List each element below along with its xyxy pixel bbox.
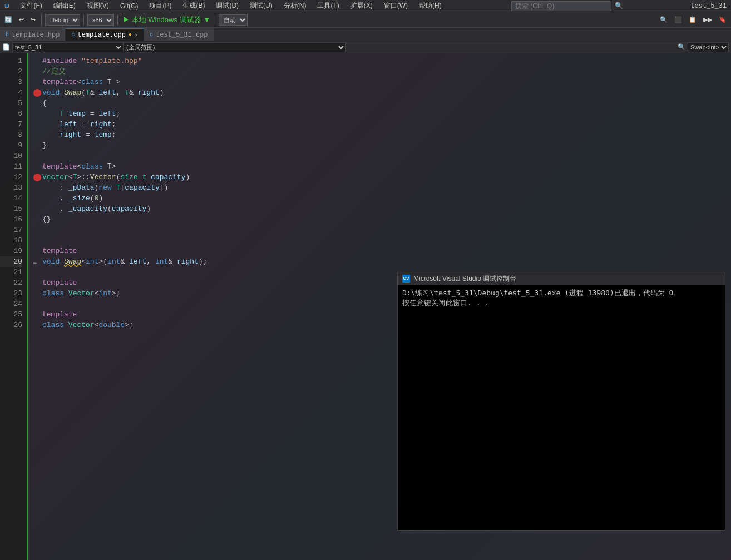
tab-label-hpp: template.hpp [12,31,60,39]
menu-window[interactable]: 窗口(W) [382,0,410,12]
line20-int2-kw: int [107,256,120,267]
line20-void-kw: void [42,256,60,267]
line6-left: left [98,108,116,119]
toolbar-misc4[interactable]: ▶▶ [701,15,714,24]
menu-git[interactable]: Git(G) [118,1,141,11]
line20-Swap: Swap [64,256,81,267]
menu-edit[interactable]: 编辑(E) [51,0,78,12]
tab-close-cpp[interactable]: ✕ [135,32,138,38]
auto-dropdown[interactable]: 自动 [219,14,248,26]
tab-label-cpp: template.cpp [77,31,125,39]
scope-nav-icon: 🔍 [678,43,685,51]
search-input[interactable] [511,1,611,11]
line-24: 24 [0,299,22,309]
line12-capacity: capacity [151,172,185,182]
line3-T: T [103,77,116,87]
line-21: 21 [0,267,22,277]
toolbar: 🔄 ↩ ↪ Debug x86 ▶ 本地 Windows 调试器 ▼ 自动 🔍 … [0,12,731,28]
menu-debug[interactable]: 调试(D) [214,0,241,12]
line23-lt: < [95,288,99,299]
menu-project[interactable]: 项目(P) [147,0,174,12]
line-6: 6 [0,108,22,119]
separator-3 [117,15,118,25]
line13-brackets2: ]) [160,182,169,193]
line4-amp2: & [129,87,134,98]
tab-modified-icon: ● [129,32,132,38]
line20-lt: < [81,256,86,267]
toolbar-misc5[interactable]: 🔖 [717,15,729,24]
line12-space [146,172,151,182]
menu-analyze[interactable]: 分析(N) [281,0,309,12]
line14-comma: , [60,193,68,204]
line1-include-kw: #include [42,56,81,66]
toolbar-redo[interactable]: ↪ [28,15,38,24]
line11-T: T [103,161,112,172]
line12-ctor: Vector [90,172,116,182]
line23-space [64,288,68,299]
menu-file[interactable]: 文件(F) [18,0,44,12]
line-23: 23 [0,288,22,299]
line26-Vector: Vector [68,320,95,330]
line9-brace: } [42,140,47,151]
run-button[interactable]: ▶ 本地 Windows 调试器 ▼ [121,15,211,25]
line-16: 16 [0,214,22,225]
line23-class-kw: class [42,288,64,299]
line26-semi: >; [125,320,134,330]
line15-cap-param: capacity [112,204,146,214]
line20-space [60,256,64,267]
toolbar-misc2[interactable]: ⬛ [672,15,684,24]
debug-config-dropdown[interactable]: Debug [45,14,80,26]
toolbar-undo[interactable]: ↩ [17,15,26,24]
line14-paren2: ) [98,193,103,204]
line13-pData: _pData [68,182,95,193]
code-line-10 [33,151,731,161]
line12-Vector: Vector [42,172,68,182]
menu-test[interactable]: 测试(U) [248,0,275,12]
line3-class-kw: class [81,77,103,87]
line14-indent [42,193,60,204]
code-line-16: {} [33,214,731,225]
line12-ltT: < [68,172,73,182]
line15-paren2: ) [146,204,151,214]
menu-help[interactable]: 帮助(H) [417,0,444,12]
code-line-6: T temp = left; [33,108,731,119]
separator-4 [215,15,215,25]
line8-semi: ; [112,130,116,140]
line4-T2: T [125,87,129,98]
title-bar: ⊞ 文件(F) 编辑(E) 视图(V) Git(G) 项目(P) 生成(B) 调… [0,0,731,12]
scope-bar: 📄 test_5_31 (全局范围) 🔍 Swap<int> [0,41,731,53]
menu-tools[interactable]: 工具(T) [315,0,341,12]
scope-middle-dropdown[interactable]: (全局范围) [124,42,346,52]
toolbar-misc3[interactable]: 📋 [686,15,699,24]
toolbar-new[interactable]: 🔄 [2,15,14,24]
line-26: 26 [0,320,22,330]
scope-right-dropdown[interactable]: Swap<int> [688,42,729,52]
line6-temp: temp [68,108,86,119]
line14-paren1: ( [90,193,95,204]
tab-label-test: test_5_31.cpp [156,31,208,39]
platform-dropdown[interactable]: x86 [87,14,114,26]
scope-left-dropdown[interactable]: test_5_31 [12,42,124,52]
code-line-19: template [33,246,731,256]
line15-paren1: ( [107,204,112,214]
console-line-1: D:\练习\test_5_31\Debug\test_5_31.exe (进程 … [402,288,720,298]
line12-gt2: >:: [77,172,90,182]
separator-1 [41,15,42,25]
line12-paren2: ) [186,172,190,182]
line-8: 8 [0,130,22,140]
code-line-8: right = temp; [33,130,731,140]
toolbar-misc[interactable]: 🔍 [658,15,670,24]
line13-T: T [116,182,121,193]
code-line-3: template<class T > [33,77,731,87]
menu-build[interactable]: 生成(B) [180,0,207,12]
menu-view[interactable]: 视图(V) [85,0,111,12]
console-line-2: 按任意键关闭此窗口. . . [402,298,720,308]
tab-test-cpp[interactable]: c test_5_31.cpp [144,28,214,41]
code-line-12: Vector<T>::Vector(size_t capacity) [33,172,731,182]
menu-extensions[interactable]: 扩展(X) [348,0,375,12]
line4-void-kw: void [42,87,60,98]
line-15: 15 [0,204,22,214]
tab-template-cpp[interactable]: c template.cpp ● ✕ [66,28,144,41]
tab-template-hpp[interactable]: h template.hpp [0,28,66,41]
line4-right: right [138,87,160,98]
